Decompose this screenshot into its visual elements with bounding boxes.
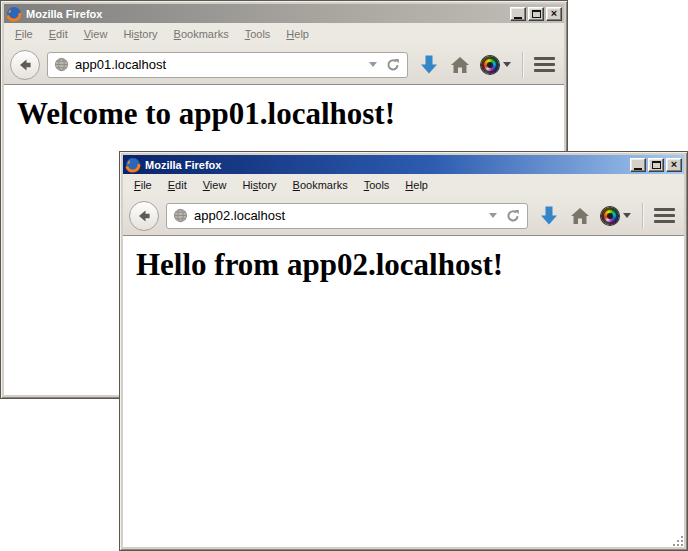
page-content: Hello from app02.localhost! — [123, 236, 684, 547]
close-button[interactable]: × — [546, 7, 562, 21]
maximize-button[interactable] — [648, 158, 664, 172]
window-controls: × — [510, 7, 562, 21]
menu-bar: File Edit View History Bookmarks Tools H… — [4, 23, 564, 45]
menu-bar: File Edit View History Bookmarks Tools H… — [123, 174, 684, 196]
reload-icon[interactable] — [386, 58, 400, 72]
app-menu-button[interactable] — [534, 57, 555, 72]
minimize-icon — [514, 17, 522, 19]
menu-tools[interactable]: Tools — [237, 24, 279, 44]
menu-edit[interactable]: Edit — [41, 24, 76, 44]
navigation-toolbar: app02.localhost — [123, 196, 684, 236]
urlbar-dropdown-icon[interactable] — [369, 62, 377, 67]
colorwheel-extension-button[interactable] — [481, 56, 511, 74]
app-menu-button[interactable] — [654, 208, 675, 223]
globe-icon — [173, 208, 188, 223]
menu-help[interactable]: Help — [397, 175, 436, 195]
extension-dropdown-icon — [623, 213, 631, 218]
menu-view[interactable]: View — [195, 175, 235, 195]
menu-icon — [534, 57, 555, 60]
menu-history[interactable]: History — [234, 175, 284, 195]
colorwheel-icon — [481, 56, 499, 74]
download-button[interactable] — [539, 205, 559, 226]
menu-bookmarks[interactable]: Bookmarks — [285, 175, 356, 195]
maximize-icon — [532, 10, 541, 18]
window-title: Mozilla Firefox — [145, 159, 626, 171]
urlbar-buttons — [369, 58, 400, 72]
download-button[interactable] — [419, 54, 439, 75]
toolbar-separator — [522, 52, 523, 78]
url-bar[interactable]: app01.localhost — [47, 52, 408, 78]
maximize-icon — [652, 161, 661, 169]
reload-icon[interactable] — [506, 209, 520, 223]
menu-help[interactable]: Help — [278, 24, 317, 44]
maximize-button[interactable] — [528, 7, 544, 21]
menu-view[interactable]: View — [76, 24, 116, 44]
minimize-button[interactable] — [510, 7, 526, 21]
back-arrow-icon — [17, 57, 33, 73]
home-button[interactable] — [450, 56, 470, 74]
urlbar-dropdown-icon[interactable] — [489, 213, 497, 218]
minimize-button[interactable] — [630, 158, 646, 172]
titlebar[interactable]: Mozilla Firefox × — [4, 4, 564, 23]
navigation-toolbar: app01.localhost — [4, 45, 564, 85]
home-button[interactable] — [570, 207, 590, 225]
page-heading: Welcome to app01.localhost! — [17, 96, 564, 132]
close-button[interactable]: × — [666, 158, 682, 172]
url-text: app02.localhost — [194, 208, 483, 223]
globe-icon — [54, 57, 69, 72]
colorwheel-extension-button[interactable] — [601, 207, 631, 225]
extension-dropdown-icon — [503, 62, 511, 67]
urlbar-buttons — [489, 209, 520, 223]
close-icon: × — [671, 159, 677, 170]
window-controls: × — [630, 158, 682, 172]
titlebar[interactable]: Mozilla Firefox × — [123, 155, 684, 174]
menu-tools[interactable]: Tools — [356, 175, 398, 195]
firefox-logo-icon — [6, 6, 22, 22]
menu-file[interactable]: File — [7, 24, 41, 44]
minimize-icon — [634, 168, 642, 170]
back-arrow-icon — [136, 208, 152, 224]
home-icon — [450, 56, 470, 74]
menu-bookmarks[interactable]: Bookmarks — [166, 24, 237, 44]
browser-window-app02: Mozilla Firefox × File Edit View History… — [119, 151, 688, 551]
menu-edit[interactable]: Edit — [160, 175, 195, 195]
download-arrow-icon — [539, 205, 559, 226]
page-heading: Hello from app02.localhost! — [136, 247, 684, 283]
menu-file[interactable]: File — [126, 175, 160, 195]
colorwheel-icon — [601, 207, 619, 225]
back-button[interactable] — [10, 50, 40, 80]
url-bar[interactable]: app02.localhost — [166, 203, 528, 229]
menu-history[interactable]: History — [115, 24, 165, 44]
download-arrow-icon — [419, 54, 439, 75]
url-text: app01.localhost — [75, 57, 363, 72]
window-title: Mozilla Firefox — [26, 8, 506, 20]
toolbar-separator — [642, 203, 643, 229]
close-icon: × — [551, 8, 557, 19]
menu-icon — [654, 208, 675, 211]
back-button[interactable] — [129, 201, 159, 231]
resize-grip[interactable] — [671, 534, 684, 547]
firefox-logo-icon — [125, 157, 141, 173]
home-icon — [570, 207, 590, 225]
